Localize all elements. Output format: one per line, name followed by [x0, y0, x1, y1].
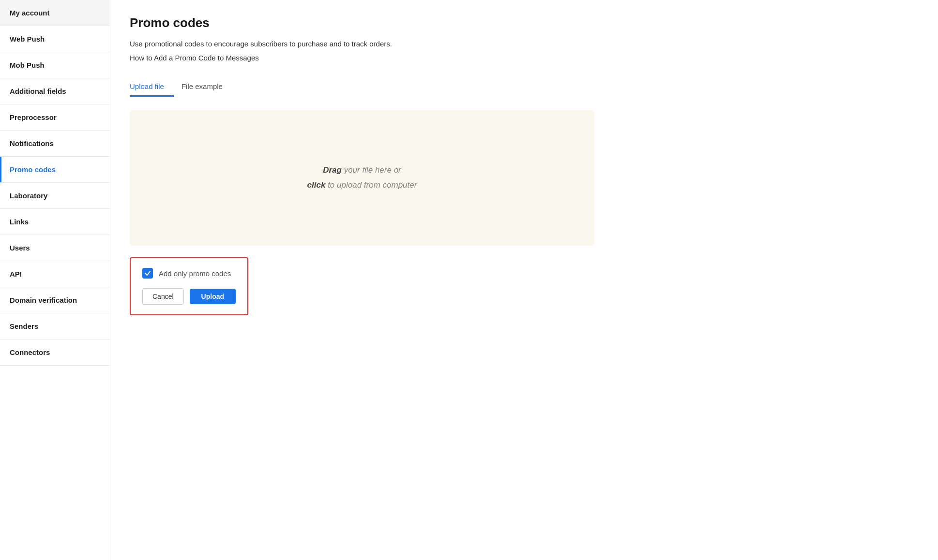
page-description: Use promotional codes to encourage subsc…	[130, 38, 420, 50]
sidebar-item-promo-codes[interactable]: Promo codes	[0, 157, 110, 183]
sidebar: My accountWeb PushMob PushAdditional fie…	[0, 0, 110, 560]
sidebar-item-api[interactable]: API	[0, 261, 110, 287]
button-row: Cancel Upload	[142, 288, 236, 305]
sidebar-item-notifications[interactable]: Notifications	[0, 131, 110, 157]
checkbox-label: Add only promo codes	[159, 269, 231, 278]
file-dropzone[interactable]: Drag your file here or click to upload f…	[130, 110, 594, 246]
how-to-link[interactable]: How to Add a Promo Code to Messages	[130, 54, 259, 62]
sidebar-item-web-push[interactable]: Web Push	[0, 26, 110, 52]
sidebar-item-links[interactable]: Links	[0, 209, 110, 235]
click-rest: to upload from computer	[325, 180, 417, 190]
tabs: Upload fileFile example	[130, 77, 919, 97]
checkbox-row: Add only promo codes	[142, 268, 236, 279]
action-area: Add only promo codes Cancel Upload	[130, 257, 248, 315]
drag-bold: Drag	[323, 165, 342, 175]
sidebar-item-senders[interactable]: Senders	[0, 313, 110, 339]
drag-rest: your file here or	[342, 165, 401, 175]
add-only-promo-checkbox[interactable]	[142, 268, 153, 279]
sidebar-item-my-account[interactable]: My account	[0, 0, 110, 26]
upload-button[interactable]: Upload	[190, 289, 236, 304]
checkmark-icon	[144, 270, 151, 277]
cancel-button[interactable]: Cancel	[142, 288, 184, 305]
page-title: Promo codes	[130, 15, 919, 30]
sidebar-item-laboratory[interactable]: Laboratory	[0, 183, 110, 209]
click-bold: click	[307, 180, 326, 190]
tab-upload-file[interactable]: Upload file	[130, 77, 174, 97]
tab-file-example[interactable]: File example	[182, 77, 232, 97]
sidebar-item-additional-fields[interactable]: Additional fields	[0, 78, 110, 104]
dropzone-text: Drag your file here or click to upload f…	[307, 163, 417, 192]
sidebar-item-connectors[interactable]: Connectors	[0, 339, 110, 366]
sidebar-item-preprocessor[interactable]: Preprocessor	[0, 104, 110, 131]
sidebar-item-domain-verification[interactable]: Domain verification	[0, 287, 110, 313]
main-content: Promo codes Use promotional codes to enc…	[110, 0, 938, 560]
sidebar-item-mob-push[interactable]: Mob Push	[0, 52, 110, 78]
sidebar-item-users[interactable]: Users	[0, 235, 110, 261]
